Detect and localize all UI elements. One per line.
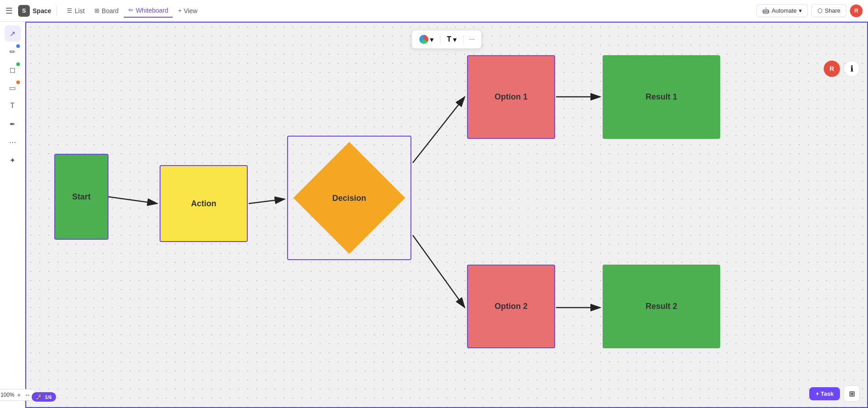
draw-dot [16,44,20,48]
color-chevron-icon: ▾ [430,35,434,44]
node-start[interactable]: Start [54,154,108,240]
tool-pen[interactable]: ✒ [5,116,21,132]
zoom-controls: − 100% + ↔ [0,389,36,401]
whiteboard-icon: ✏ [128,7,133,14]
shapes-dot [16,62,20,66]
plus-view-icon: + [178,7,182,14]
canvas-user-avatar[interactable]: R [824,61,840,77]
canvas-toolbar: ▾ T ▾ ··· [411,30,481,49]
tool-select[interactable]: ↗ [5,25,21,42]
zoom-fit-button[interactable]: ↔ [24,391,32,399]
space-name[interactable]: S Space [18,5,51,17]
text-chevron-icon: ▾ [453,35,457,44]
zoom-value: 100% [0,392,14,398]
whiteboard-canvas[interactable]: ▾ T ▾ ··· R ℹ [25,22,868,408]
text-tool-button[interactable]: T ▾ [444,33,459,46]
nav-view[interactable]: + View [174,5,202,17]
text-icon: T [447,35,451,43]
nav-list[interactable]: ☰ List [62,5,89,17]
color-circle-icon [419,35,428,44]
bottom-right-controls: + Task ⊞ [809,385,860,402]
canvas-toolbar-sep2 [463,35,463,44]
topbar-nav: ☰ List ⊞ Board ✏ Whiteboard + View [62,4,202,18]
tool-sticky[interactable]: ▭ [5,80,21,96]
tool-text[interactable]: T [5,98,21,114]
tool-connect[interactable]: ⋯ [5,134,21,150]
menu-icon[interactable]: ☰ [5,6,13,16]
canvas-toolbar-sep [440,35,440,44]
sticky-dot [16,81,20,84]
nav-board[interactable]: ⊞ Board [90,5,123,17]
board-icon: ⊞ [94,7,99,14]
main-area: ↗ ✏ ◻ ▭ T ✒ ⋯ ✦ − 100% + ↔ [0,22,868,408]
share-button[interactable]: ⬡ Share [811,4,846,17]
svg-line-2 [249,199,285,204]
user-avatar[interactable]: R [850,5,863,17]
automate-icon: 🤖 [762,7,769,14]
svg-line-1 [108,197,157,204]
apps-grid-icon: ⊞ [849,389,855,398]
arrows-svg [26,23,867,407]
node-option1[interactable]: Option 1 [467,55,555,139]
node-result2[interactable]: Result 2 [603,265,720,348]
tool-draw[interactable]: ✏ [5,43,21,60]
space-avatar: S [18,5,30,17]
tool-magic[interactable]: ✦ [5,152,21,168]
automate-button[interactable]: 🤖 Automate ▾ [756,4,808,17]
node-decision-wrapper[interactable]: Decision [287,136,411,260]
node-decision-label: Decision [332,193,366,203]
automate-chevron-icon: ▾ [799,7,802,14]
left-toolbar: ↗ ✏ ◻ ▭ T ✒ ⋯ ✦ − 100% + ↔ [0,22,25,408]
zoom-in-button[interactable]: + [16,391,22,399]
share-icon: ⬡ [817,7,822,14]
rocket-icon: 🚀 [36,394,42,400]
node-action[interactable]: Action [160,165,248,242]
info-icon-button[interactable]: ℹ [844,61,860,77]
node-option2[interactable]: Option 2 [467,265,555,348]
svg-line-4 [413,235,465,308]
info-icon: ℹ [850,64,854,74]
tool-shapes[interactable]: ◻ [5,62,21,78]
node-result1[interactable]: Result 1 [603,55,720,139]
launch-badge[interactable]: 🚀 1/6 [32,392,56,402]
topbar-right: 🤖 Automate ▾ ⬡ Share R [756,4,863,17]
topbar: ☰ S Space ☰ List ⊞ Board ✏ Whiteboard + … [0,0,868,22]
toolbar-bottom: − 100% + ↔ [0,389,36,404]
apps-button[interactable]: ⊞ [844,385,860,402]
nav-whiteboard[interactable]: ✏ Whiteboard [124,4,173,18]
list-icon: ☰ [67,7,72,14]
color-picker-button[interactable]: ▾ [416,33,436,46]
add-task-button[interactable]: + Task [809,387,840,400]
svg-line-3 [413,97,465,163]
topbar-separator [57,6,57,15]
more-options-button[interactable]: ··· [467,34,476,44]
